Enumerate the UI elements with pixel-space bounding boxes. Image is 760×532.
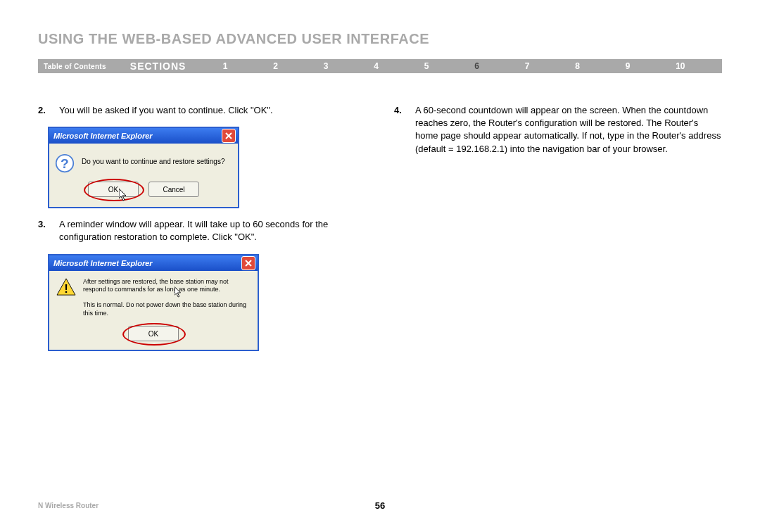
- cancel-button[interactable]: Cancel: [148, 182, 199, 197]
- dialog-title-text: Microsoft Internet Explorer: [53, 132, 222, 140]
- nav-section-7[interactable]: 7: [525, 61, 530, 71]
- nav-sections-label: SECTIONS: [130, 61, 186, 72]
- step-2: 2. You will be asked if you want to cont…: [38, 104, 366, 117]
- svg-text:!: !: [64, 282, 68, 296]
- page-footer: N Wireless Router 56: [38, 502, 722, 509]
- step-number: 4.: [394, 104, 415, 156]
- step-number: 2.: [38, 104, 59, 117]
- step-text: A reminder window will appear. It will t…: [59, 218, 366, 243]
- right-column: 4. A 60-second countdown will appear on …: [394, 104, 722, 351]
- section-nav-bar: Table of Contents SECTIONS 12345678910: [38, 59, 722, 73]
- close-icon[interactable]: [222, 129, 236, 143]
- dialog-message: Do you want to continue and restore sett…: [82, 153, 224, 173]
- reminder-dialog: Microsoft Internet Explorer ! After sett…: [48, 254, 259, 352]
- nav-toc-link[interactable]: Table of Contents: [38, 63, 106, 70]
- nav-section-2[interactable]: 2: [273, 61, 278, 71]
- dialog-title-bar: Microsoft Internet Explorer: [49, 255, 258, 271]
- confirm-dialog: Microsoft Internet Explorer ? Do you wan…: [48, 127, 239, 208]
- step-number: 3.: [38, 218, 59, 243]
- nav-section-10[interactable]: 10: [676, 61, 685, 71]
- warning-icon: !: [56, 278, 76, 296]
- nav-section-9[interactable]: 9: [626, 61, 631, 71]
- nav-section-8[interactable]: 8: [575, 61, 580, 71]
- dialog-message-line1: After settings are restored, the base st…: [83, 278, 251, 294]
- step-3: 3. A reminder window will appear. It wil…: [38, 218, 366, 243]
- nav-section-5[interactable]: 5: [424, 61, 429, 71]
- step-text: You will be asked if you want to continu…: [59, 104, 366, 117]
- close-icon[interactable]: [241, 256, 255, 270]
- footer-product-name: N Wireless Router: [38, 502, 99, 509]
- nav-section-3[interactable]: 3: [324, 61, 329, 71]
- ok-button[interactable]: OK: [88, 182, 139, 197]
- cursor-icon: [119, 189, 129, 203]
- step-text: A 60-second countdown will appear on the…: [415, 104, 722, 156]
- nav-section-1[interactable]: 1: [223, 61, 228, 71]
- dialog-title-bar: Microsoft Internet Explorer: [49, 128, 238, 144]
- nav-section-4[interactable]: 4: [374, 61, 379, 71]
- dialog-title-text: Microsoft Internet Explorer: [53, 259, 241, 267]
- ok-button[interactable]: OK: [128, 326, 179, 341]
- left-column: 2. You will be asked if you want to cont…: [38, 104, 366, 351]
- page-title: USING THE WEB-BASED ADVANCED USER INTERF…: [38, 31, 429, 47]
- cursor-icon: [175, 286, 183, 299]
- nav-section-6[interactable]: 6: [474, 61, 479, 71]
- footer-page-number: 56: [375, 500, 385, 511]
- svg-text:?: ?: [61, 156, 69, 171]
- step-4: 4. A 60-second countdown will appear on …: [394, 104, 722, 156]
- dialog-message-line2: This is normal. Do not power down the ba…: [83, 301, 251, 317]
- question-icon: ?: [55, 153, 75, 173]
